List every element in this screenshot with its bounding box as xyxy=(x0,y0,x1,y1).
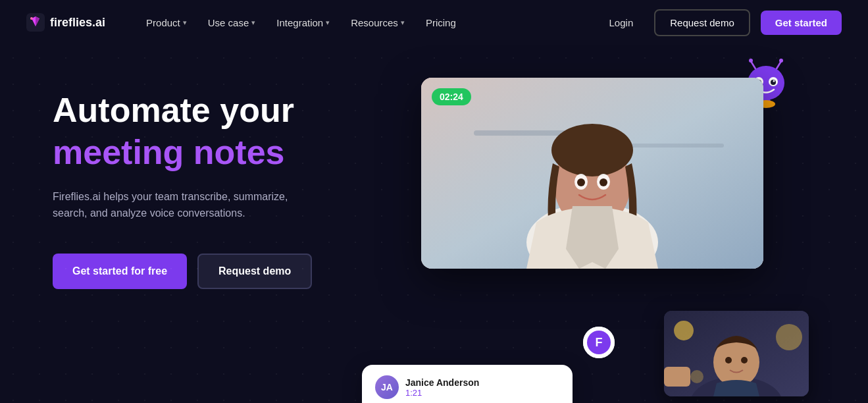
timer-badge: 02:24 xyxy=(432,88,471,105)
svg-point-36 xyxy=(690,370,703,383)
nav-links: Product ▾ Use case ▾ Integration ▾ Resou… xyxy=(137,12,598,34)
chevron-down-icon: ▾ xyxy=(401,18,405,27)
chevron-down-icon: ▾ xyxy=(326,18,330,27)
request-demo-hero-button[interactable]: Request demo xyxy=(197,254,312,289)
chevron-down-icon: ▾ xyxy=(251,18,255,27)
f-logo-circle: F xyxy=(583,327,615,358)
request-demo-nav-button[interactable]: Request demo xyxy=(654,9,750,36)
nav-pricing[interactable]: Pricing xyxy=(417,12,465,34)
svg-point-3 xyxy=(749,59,753,63)
hero-title-line2: meeting notes xyxy=(53,133,382,173)
svg-line-4 xyxy=(776,61,781,70)
login-button[interactable]: Login xyxy=(599,12,644,34)
svg-line-2 xyxy=(751,61,756,70)
svg-point-12 xyxy=(773,80,775,82)
navbar: fireflies.ai Product ▾ Use case ▾ Integr… xyxy=(0,0,868,45)
nav-integration[interactable]: Integration ▾ xyxy=(267,12,339,34)
video-card-secondary xyxy=(664,311,809,396)
brand-name: fireflies.ai xyxy=(50,16,105,30)
chevron-down-icon: ▾ xyxy=(183,18,187,27)
chat-time: 1:21 xyxy=(405,388,479,398)
svg-point-33 xyxy=(741,357,748,363)
svg-point-25 xyxy=(577,178,585,186)
hero-title-line1: Automate your xyxy=(53,91,382,130)
nav-resources[interactable]: Resources ▾ xyxy=(342,12,414,34)
svg-rect-30 xyxy=(664,367,690,387)
hero-section: Automate your meeting notes Fireflies.ai… xyxy=(0,45,868,403)
nav-actions: Login Request demo Get started xyxy=(599,9,842,36)
svg-point-26 xyxy=(600,178,607,186)
svg-rect-18 xyxy=(619,144,724,148)
svg-point-5 xyxy=(779,59,783,63)
svg-text:F: F xyxy=(596,336,603,349)
hero-buttons: Get started for free Request demo xyxy=(53,254,382,289)
hero-subtitle: Fireflies.ai helps your team transcribe,… xyxy=(53,188,303,222)
chat-name: Janice Anderson xyxy=(405,377,479,388)
chat-bubble: JA Janice Anderson 1:21 I'll send out th… xyxy=(362,365,573,403)
svg-point-32 xyxy=(725,357,732,363)
hero-visual: 02:24 JA Janice Anderson 1:21 I'll send … xyxy=(382,71,815,403)
svg-point-22 xyxy=(551,124,633,176)
chat-header: JA Janice Anderson 1:21 xyxy=(375,375,559,399)
logo[interactable]: fireflies.ai xyxy=(26,13,105,32)
get-started-free-button[interactable]: Get started for free xyxy=(53,254,187,289)
nav-use-case[interactable]: Use case ▾ xyxy=(199,12,265,34)
svg-point-35 xyxy=(776,324,802,350)
get-started-nav-button[interactable]: Get started xyxy=(761,11,842,35)
svg-point-1 xyxy=(30,17,33,20)
video-card-main: 02:24 xyxy=(421,78,763,269)
hero-content: Automate your meeting notes Fireflies.ai… xyxy=(53,71,382,403)
nav-product[interactable]: Product ▾ xyxy=(137,12,196,34)
svg-point-34 xyxy=(674,321,694,340)
chat-avatar: JA xyxy=(375,375,399,399)
